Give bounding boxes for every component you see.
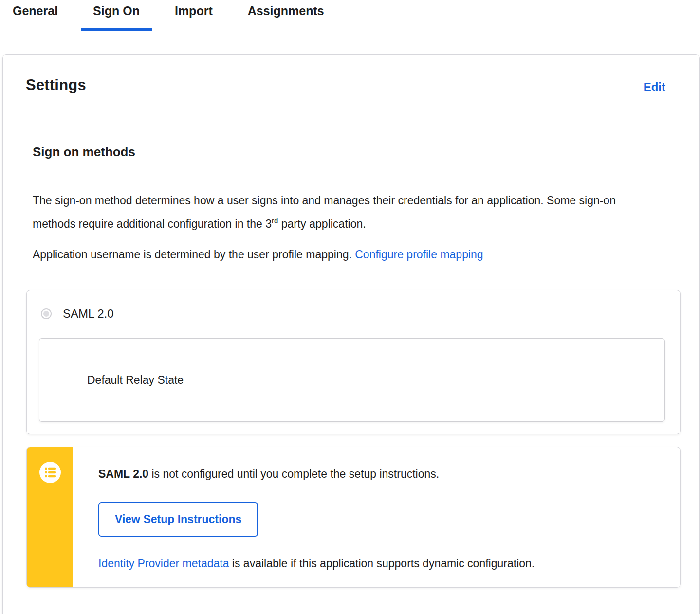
list-icon [39, 462, 61, 483]
tab-assignments[interactable]: Assignments [236, 0, 336, 30]
default-relay-state-label: Default Relay State [87, 374, 184, 387]
ordinal-superscript: rd [272, 217, 278, 225]
saml-radio-row: SAML 2.0 [39, 307, 665, 321]
warning-message-rest: is not configured until you complete the… [148, 468, 439, 480]
saml-option-box: SAML 2.0 Default Relay State [26, 290, 681, 434]
tab-sign-on[interactable]: Sign On [81, 0, 152, 30]
warning-message-bold: SAML 2.0 [98, 468, 148, 480]
warning-message: SAML 2.0 is not configured until you com… [98, 467, 665, 481]
username-mapping-text: Application username is determined by th… [33, 248, 355, 261]
sign-on-methods-section: Sign on methods The sign-on method deter… [3, 144, 699, 262]
warning-content: SAML 2.0 is not configured until you com… [73, 447, 680, 587]
sign-on-methods-heading: Sign on methods [33, 144, 680, 160]
view-setup-instructions-button[interactable]: View Setup Instructions [98, 502, 258, 537]
page-title: Settings [26, 76, 86, 94]
radio-dot [43, 311, 49, 317]
default-relay-state-field[interactable]: Default Relay State [39, 338, 665, 422]
edit-link[interactable]: Edit [644, 80, 665, 94]
metadata-line-rest: is available if this application support… [229, 557, 534, 570]
identity-provider-metadata-link[interactable]: Identity Provider metadata [98, 557, 229, 570]
username-mapping-line: Application username is determined by th… [33, 247, 680, 262]
tab-general[interactable]: General [0, 0, 70, 30]
settings-card: Settings Edit Sign on methods The sign-o… [2, 54, 700, 614]
sign-on-method-description: The sign-on method determines how a user… [33, 189, 636, 235]
settings-card-header: Settings Edit [3, 76, 699, 94]
warning-stripe [27, 447, 73, 587]
app-tab-bar: General Sign On Import Assignments [0, 0, 700, 30]
configure-profile-mapping-link[interactable]: Configure profile mapping [355, 248, 483, 261]
saml-radio-button[interactable] [41, 308, 52, 319]
saml-warning-callout: SAML 2.0 is not configured until you com… [26, 447, 681, 588]
metadata-line: Identity Provider metadata is available … [98, 556, 665, 571]
description-text-tail: party application. [278, 217, 366, 230]
saml-radio-label: SAML 2.0 [63, 307, 114, 321]
tab-import[interactable]: Import [163, 0, 225, 30]
